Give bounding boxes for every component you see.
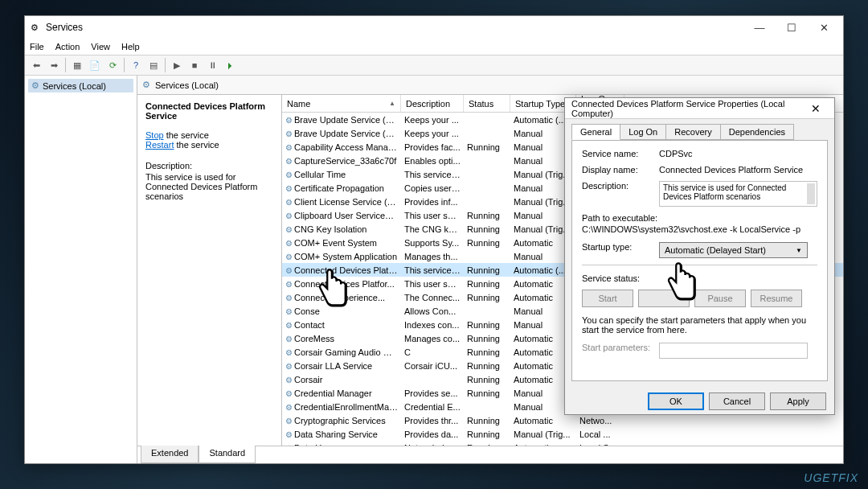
path-label: Path to executable: <box>582 213 817 223</box>
menubar: File Action View Help <box>25 39 843 55</box>
gear-icon: ⚙ <box>285 266 293 275</box>
service-name-value: CDPSvc <box>659 149 817 158</box>
display-name-value: Connected Devices Platform Service <box>659 165 817 175</box>
path-value: C:\WINDOWS\system32\svchost.exe -k Local… <box>582 224 817 234</box>
startup-type-combo[interactable]: Automatic (Delayed Start) ▼ <box>659 242 808 258</box>
show-hide-tree-button[interactable]: ▦ <box>69 57 85 73</box>
menu-action[interactable]: Action <box>55 42 80 51</box>
dialog-close-button[interactable]: ✕ <box>804 102 828 115</box>
maximize-button[interactable]: ☐ <box>776 16 808 39</box>
gear-icon: ⚙ <box>285 294 293 302</box>
ok-button[interactable]: OK <box>648 392 704 410</box>
start-service-button[interactable]: ▶ <box>169 57 185 73</box>
gear-icon: ⚙ <box>285 376 293 384</box>
properties-button[interactable]: ▤ <box>145 57 162 73</box>
forward-button[interactable]: ➡ <box>46 57 62 73</box>
display-name-label: Display name: <box>582 165 659 175</box>
gear-icon: ⚙ <box>285 116 293 125</box>
col-description[interactable]: Description <box>401 95 464 112</box>
start-parameters-label: Start parameters: <box>582 343 659 359</box>
gear-icon: ⚙ <box>285 403 293 412</box>
menu-view[interactable]: View <box>91 42 110 51</box>
cancel-button[interactable]: Cancel <box>709 392 765 410</box>
pause-service-button[interactable]: ⏸ <box>204 57 220 73</box>
restart-service-button[interactable]: ⏵ <box>222 57 238 73</box>
gear-icon: ⚙ <box>31 80 39 91</box>
tree-root-item[interactable]: ⚙ Services (Local) <box>28 79 133 92</box>
tab-recovery[interactable]: Recovery <box>665 124 720 140</box>
tab-standard[interactable]: Standard <box>199 446 256 463</box>
right-header-title: Services (Local) <box>155 80 219 90</box>
apply-button[interactable]: Apply <box>770 392 826 410</box>
help-button[interactable]: ? <box>128 57 144 73</box>
description-box[interactable]: This service is used for Connected Devic… <box>659 181 817 207</box>
toolbar: ⬅ ➡ ▦ 📄 ⟳ ? ▤ ▶ ■ ⏸ ⏵ <box>25 55 843 76</box>
stop-button[interactable] <box>638 290 690 307</box>
description-label: Description: <box>582 181 659 207</box>
gear-icon: ⚙ <box>285 307 293 316</box>
gear-icon: ⚙ <box>285 143 293 152</box>
minimize-button[interactable]: — <box>743 16 776 39</box>
pause-button[interactable]: Pause <box>694 290 746 307</box>
gear-icon: ⚙ <box>285 417 293 425</box>
separator-icon <box>124 58 125 72</box>
col-status[interactable]: Status <box>464 95 510 112</box>
description-text: This service is used for Connected Devic… <box>145 172 273 201</box>
window-controls: — ☐ ✕ <box>743 16 840 39</box>
refresh-button[interactable]: ⟳ <box>104 57 121 73</box>
table-row[interactable]: ⚙Cryptographic ServicesProvides thr...Ru… <box>282 413 843 427</box>
gear-icon: ⚙ <box>285 335 293 343</box>
menu-file[interactable]: File <box>30 42 44 51</box>
separator-icon <box>165 58 166 72</box>
dialog-title: Connected Devices Platform Service Prope… <box>571 99 804 118</box>
services-icon: ⚙ <box>28 21 41 34</box>
tab-extended[interactable]: Extended <box>141 446 199 463</box>
col-name[interactable]: Name▲ <box>282 95 401 112</box>
chevron-down-icon: ▼ <box>796 247 802 254</box>
control-buttons: Start Pause Resume <box>582 290 817 307</box>
restart-link-row: Restart the service <box>145 140 273 150</box>
export-button[interactable]: 📄 <box>87 57 103 73</box>
gear-icon: ⚙ <box>285 225 293 234</box>
gear-icon: ⚙ <box>285 157 293 166</box>
separator-icon <box>65 58 66 72</box>
titlebar[interactable]: ⚙ Services — ☐ ✕ <box>25 16 843 39</box>
tab-dependencies[interactable]: Dependencies <box>720 124 794 140</box>
gear-icon: ⚙ <box>285 321 293 330</box>
divider <box>582 265 817 265</box>
start-button[interactable]: Start <box>582 290 633 307</box>
service-name-label: Service name: <box>582 149 659 158</box>
gear-icon: ⚙ <box>142 80 150 90</box>
service-status-value <box>659 273 817 283</box>
properties-dialog: Connected Devices Platform Service Prope… <box>564 97 835 415</box>
gear-icon: ⚙ <box>285 348 293 357</box>
gear-icon: ⚙ <box>285 280 293 289</box>
tab-general[interactable]: General <box>571 124 620 140</box>
gear-icon: ⚙ <box>285 389 293 398</box>
back-button[interactable]: ⬅ <box>28 57 44 73</box>
startup-type-label: Startup type: <box>582 242 659 258</box>
gear-icon: ⚙ <box>285 171 293 179</box>
table-row[interactable]: ⚙Data Sharing ServiceProvides da...Runni… <box>282 427 843 441</box>
bottom-tabs: Extended Standard <box>137 446 843 463</box>
startup-type-value: Automatic (Delayed Start) <box>665 245 766 255</box>
parameters-note: You can specify the start parameters tha… <box>582 315 817 335</box>
start-parameters-input[interactable] <box>659 343 808 359</box>
dialog-footer: OK Cancel Apply <box>565 388 834 415</box>
restart-link[interactable]: Restart <box>145 140 174 150</box>
tab-logon[interactable]: Log On <box>620 124 666 140</box>
right-header: ⚙ Services (Local) <box>137 76 843 95</box>
dialog-body: Service name:CDPSvc Display name:Connect… <box>571 140 828 381</box>
dialog-titlebar[interactable]: Connected Devices Platform Service Prope… <box>565 98 834 119</box>
sort-asc-icon: ▲ <box>389 100 395 107</box>
stop-link-row: Stop the service <box>145 130 273 140</box>
stop-service-button[interactable]: ■ <box>186 57 203 73</box>
menu-help[interactable]: Help <box>121 42 140 51</box>
close-button[interactable]: ✕ <box>808 16 840 39</box>
gear-icon: ⚙ <box>285 239 293 248</box>
resume-button[interactable]: Resume <box>751 290 802 307</box>
detail-pane: Connected Devices PlatformService Stop t… <box>137 95 282 446</box>
window-title: Services <box>46 22 743 33</box>
service-status-label: Service status: <box>582 273 659 283</box>
stop-link[interactable]: Stop <box>145 130 164 140</box>
